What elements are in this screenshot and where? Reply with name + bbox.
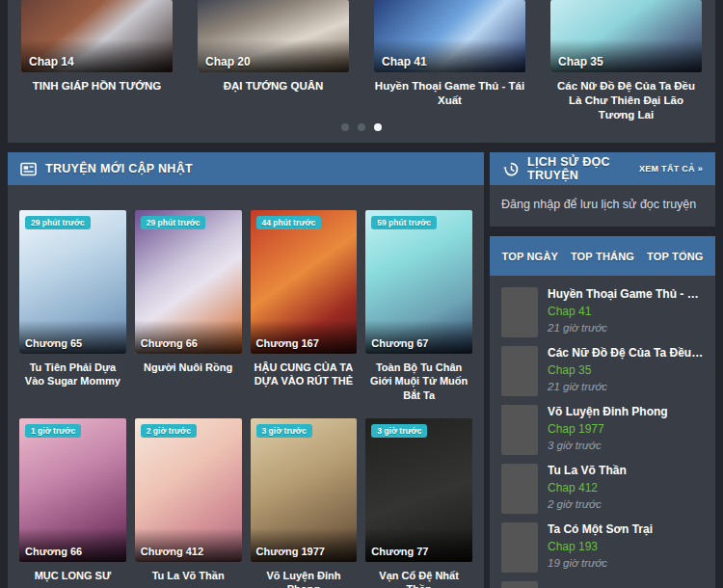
- item-info: Huyền Thoại Game Thủ - Tái Xuất Chap 41 …: [548, 287, 704, 337]
- comic-cover[interactable]: 1 giờ trước Chương 66: [19, 418, 126, 562]
- update-time-badge: 3 giờ trước: [371, 424, 427, 438]
- carousel-slide[interactable]: Chap 14 TINH GIÁP HỒN TƯỚNG: [21, 0, 173, 122]
- chapter-label: Chap 35: [548, 363, 704, 377]
- comic-title[interactable]: Người Nuôi Rồng: [135, 361, 242, 374]
- comic-title: Huyền Thoại Game Thủ - Tái Xuất: [548, 287, 704, 302]
- top-list-item[interactable]: Ta Có Một Sơn Trại Chap 193 19 giờ trước: [501, 522, 704, 573]
- tab-top-day[interactable]: TOP NGÀY: [501, 251, 558, 262]
- chapter-label: Chương 412: [135, 528, 242, 562]
- comic-card: 3 giờ trước Chương 1977 Võ Luyện Đỉnh Ph…: [251, 418, 358, 588]
- view-all-link[interactable]: XEM TẤT CẢ »: [639, 164, 703, 174]
- comic-cover[interactable]: Chap 20: [198, 0, 349, 72]
- top-list: Huyền Thoại Game Thủ - Tái Xuất Chap 41 …: [490, 276, 715, 588]
- latest-updates-title: TRUYỆN MỚI CẬP NHẬT: [45, 162, 193, 175]
- time-ago: 21 giờ trước: [548, 381, 704, 392]
- update-time-badge: 3 giờ trước: [256, 424, 312, 438]
- top-rankings-panel: TOP NGÀY TOP THÁNG TOP TỔNG Huyền Thoại …: [490, 236, 715, 588]
- chapter-label: Chương 66: [19, 528, 126, 562]
- latest-updates-header: TRUYỆN MỚI CẬP NHẬT: [8, 152, 484, 185]
- comic-title[interactable]: HẬU CUNG CỦA TA DỰA VÀO RÚT THẺ: [251, 361, 358, 388]
- chapter-label: Chương 77: [365, 528, 472, 562]
- comic-thumbnail: [501, 405, 538, 455]
- history-clock-icon: [502, 162, 519, 176]
- comic-title[interactable]: ĐẠI TƯỚNG QUÂN: [198, 79, 349, 94]
- top-list-item[interactable]: Huyền Thoại Game Thủ - Tái Xuất Chap 41 …: [501, 287, 704, 337]
- carousel-dot[interactable]: [358, 123, 365, 131]
- top-list-item[interactable]: Tu La Võ Thần Chap 412 2 giờ trước: [501, 464, 704, 514]
- comic-thumbnail: [501, 287, 538, 337]
- carousel-dot[interactable]: [341, 123, 349, 131]
- carousel-slide[interactable]: Chap 35 Các Nữ Đồ Đệ Của Ta Đều Là Chư T…: [550, 0, 702, 122]
- top-list-item[interactable]: Võ Luyện Đỉnh Phong Chap 1977 3 giờ trướ…: [501, 405, 704, 455]
- comic-thumbnail: [501, 346, 538, 396]
- comic-title: Các Nữ Đồ Đệ Của Ta Đều Là Chư...: [548, 346, 704, 361]
- comic-title[interactable]: Vạn Cổ Đệ Nhất Thần: [365, 569, 472, 588]
- comic-title: Võ Luyện Đỉnh Phong: [548, 405, 704, 419]
- item-info: Ta Có Một Sơn Trại Chap 193 19 giờ trước: [548, 522, 704, 573]
- comic-cover[interactable]: 29 phút trước Chương 66: [135, 210, 242, 354]
- comic-cover[interactable]: 2 giờ trước Chương 412: [135, 418, 242, 562]
- comic-card: 2 giờ trước Chương 412 Tu La Võ Thần: [135, 418, 242, 588]
- chapter-label: Chap 35: [550, 40, 702, 72]
- top-tabs-bar: TOP NGÀY TOP THÁNG TOP TỔNG: [490, 236, 715, 276]
- chapter-label: Chap 14: [21, 40, 173, 72]
- time-ago: 3 giờ trước: [548, 440, 704, 451]
- comic-title[interactable]: Tu Tiên Phải Dựa Vào Sugar Mommy: [19, 361, 126, 388]
- top-list-item[interactable]: Các Nữ Đồ Đệ Của Ta Đều Là Chư... Chap 3…: [501, 346, 704, 396]
- tab-top-month[interactable]: TOP THÁNG: [571, 251, 634, 262]
- comic-cover[interactable]: 59 phút trước Chương 67: [365, 210, 472, 354]
- comic-title[interactable]: TINH GIÁP HỒN TƯỚNG: [21, 79, 173, 94]
- comic-cover[interactable]: 44 phút trước Chương 167: [251, 210, 358, 354]
- login-notice: Đăng nhập để lưu lịch sử đọc truyện: [490, 185, 715, 227]
- carousel-slide[interactable]: Chap 41 Huyền Thoại Game Thủ - Tái Xuất: [374, 0, 525, 122]
- comic-title[interactable]: MỤC LONG SƯ: [19, 569, 126, 582]
- comic-title[interactable]: Các Nữ Đồ Đệ Của Ta Đều Là Chư Thiên Đại…: [550, 79, 702, 122]
- comic-cover[interactable]: Chap 35: [550, 0, 702, 72]
- carousel-slides: Chap 14 TINH GIÁP HỒN TƯỚNG Chap 20 ĐẠI …: [21, 0, 702, 122]
- time-ago: 19 giờ trước: [548, 557, 704, 569]
- newspaper-icon: [20, 162, 37, 176]
- update-time-badge: 29 phút trước: [141, 216, 206, 229]
- carousel-dots: [8, 123, 715, 131]
- reading-history-panel: LỊCH SỬ ĐỌC TRUYỆN XEM TẤT CẢ » Đăng nhậ…: [490, 152, 715, 227]
- item-info: Võ Luyện Đỉnh Phong Chap 1977 3 giờ trướ…: [548, 405, 704, 455]
- time-ago: 21 giờ trước: [548, 322, 704, 334]
- carousel-slide[interactable]: Chap 20 ĐẠI TƯỚNG QUÂN: [198, 0, 349, 122]
- tab-top-all[interactable]: TOP TỔNG: [647, 251, 704, 262]
- item-info: Tu La Võ Thần Chap 412 2 giờ trước: [548, 464, 704, 514]
- comic-title[interactable]: Toàn Bộ Tu Chân Giới Muội Tử Muốn Bắt Ta: [365, 361, 472, 402]
- top-list-item-partial[interactable]: [501, 581, 704, 588]
- reading-history-title: LỊCH SỬ ĐỌC TRUYỆN: [527, 155, 622, 182]
- chapter-label: Chap 20: [198, 40, 349, 72]
- comic-title: Tu La Võ Thần: [548, 464, 704, 478]
- time-ago: 2 giờ trước: [548, 498, 704, 510]
- comic-title[interactable]: Võ Luyện Đỉnh Phong: [251, 569, 358, 588]
- chapter-label: Chap 41: [548, 305, 704, 318]
- chapter-label: Chương 167: [251, 320, 358, 354]
- chapter-label: Chương 65: [19, 320, 126, 354]
- comic-cover[interactable]: Chap 41: [374, 0, 525, 72]
- update-time-badge: 59 phút trước: [371, 216, 437, 229]
- comic-thumbnail: [501, 464, 538, 514]
- featured-carousel: Chap 14 TINH GIÁP HỒN TƯỚNG Chap 20 ĐẠI …: [8, 0, 715, 143]
- update-time-badge: 2 giờ trước: [141, 424, 197, 438]
- comic-card: 44 phút trước Chương 167 HẬU CUNG CỦA TA…: [251, 210, 358, 402]
- comic-cover[interactable]: Chap 14: [21, 0, 173, 72]
- update-time-badge: 44 phút trước: [256, 216, 322, 229]
- carousel-dot-active[interactable]: [374, 123, 382, 131]
- comic-cover[interactable]: 3 giờ trước Chương 1977: [251, 418, 358, 562]
- comic-title[interactable]: Huyền Thoại Game Thủ - Tái Xuất: [374, 79, 525, 108]
- comic-card: 29 phút trước Chương 66 Người Nuôi Rồng: [135, 210, 242, 402]
- chapter-label: Chap 1977: [548, 422, 704, 436]
- comic-card: 1 giờ trước Chương 66 MỤC LONG SƯ: [19, 418, 126, 588]
- comic-card: 59 phút trước Chương 67 Toàn Bộ Tu Chân …: [365, 210, 472, 402]
- update-time-badge: 29 phút trước: [25, 216, 91, 229]
- chapter-label: Chương 1977: [251, 528, 358, 562]
- comic-title[interactable]: Tu La Võ Thần: [135, 569, 242, 582]
- comic-title: Ta Có Một Sơn Trại: [548, 522, 704, 537]
- comic-cover[interactable]: 29 phút trước Chương 65: [19, 210, 126, 354]
- latest-updates-grid: 29 phút trước Chương 65 Tu Tiên Phải Dựa…: [8, 185, 484, 588]
- comic-cover[interactable]: 3 giờ trước Chương 77: [365, 418, 472, 562]
- update-time-badge: 1 giờ trước: [25, 424, 81, 438]
- comic-thumbnail: [501, 522, 538, 573]
